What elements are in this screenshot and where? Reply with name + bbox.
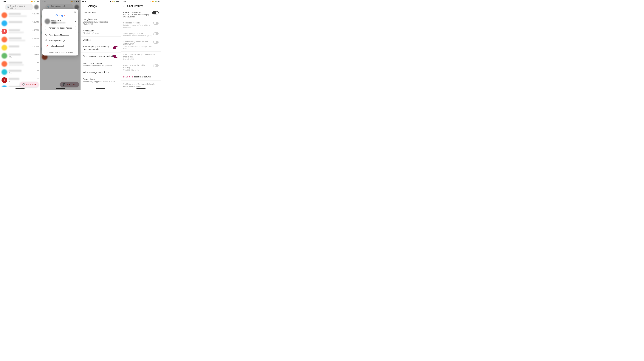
sounds-text: Hear outgoing and incoming message sound… bbox=[83, 46, 113, 50]
conv-preview: .. bbox=[9, 24, 10, 26]
status-bar-3: 11:30 ▲ 📶 🔋 51% bbox=[81, 0, 121, 3]
chat-features-header: ← Chat features bbox=[121, 3, 161, 9]
start-chat-button[interactable]: 💬 Start chat bbox=[20, 82, 39, 87]
messages-settings-menu-item[interactable]: ⚙ Messages settings bbox=[45, 38, 76, 43]
conv-name bbox=[9, 46, 19, 48]
account-info: Namerah S ████@gmail.com ▾ bbox=[45, 19, 76, 24]
search-box-1[interactable]: 🔍 Search images & videos bbox=[5, 4, 33, 10]
conv-preview bbox=[9, 40, 25, 41]
chat-features-list: Enable chat features Use Wi-Fi or data f… bbox=[121, 9, 161, 87]
read-receipts-toggle[interactable] bbox=[153, 22, 158, 25]
sounds-title: Hear outgoing and incoming message sound… bbox=[83, 46, 113, 50]
hamburger-menu-icon[interactable]: ☰ bbox=[2, 6, 4, 9]
account-name: Namerah S bbox=[51, 20, 65, 22]
roaming-toggle[interactable] bbox=[153, 64, 158, 67]
list-item[interactable]: 12:15 PM (C... bbox=[0, 52, 40, 60]
back-arrow-button[interactable]: ← bbox=[82, 4, 85, 8]
list-item[interactable]: 8:05 PM bbox=[0, 11, 40, 19]
pinch-zoom-text: Pinch to zoom conversation text bbox=[83, 55, 113, 57]
cf-auto-download-roaming[interactable]: Auto-download files while roaming Charge… bbox=[121, 62, 161, 73]
start-chat-label: Start chat bbox=[26, 83, 36, 86]
expand-account-button[interactable]: ▾ bbox=[75, 20, 76, 22]
back-arrow-button-2[interactable]: ← bbox=[123, 4, 125, 8]
conv-time: 6:38 PM bbox=[32, 37, 39, 39]
settings-item-notifications[interactable]: Notifications "Remind 1 hr" action bbox=[81, 28, 121, 36]
bottom-bar-1 bbox=[16, 88, 24, 89]
cf-auto-download-mobile[interactable]: Auto-download files you receive over mob… bbox=[121, 52, 161, 62]
help-feedback-menu-item[interactable]: ❓ Help & feedback bbox=[45, 43, 76, 49]
conv-time: Thu bbox=[36, 62, 39, 64]
settings-item-subtitle: Share sharp clarity video in text (SMS/M… bbox=[83, 21, 118, 25]
resend-toggle[interactable] bbox=[153, 40, 158, 44]
settings-item-suggestions[interactable]: Suggestions Smart Reply, suggested actio… bbox=[81, 76, 121, 85]
help-icon: ❓ bbox=[45, 44, 48, 48]
learn-more-suffix: about chat features bbox=[134, 76, 150, 78]
google-account-dialog: ✕ Google Namerah S ████@gmail.com ▾ Mana… bbox=[42, 9, 78, 56]
settings-item-title: Your current country bbox=[83, 62, 118, 64]
settings-item-previews[interactable]: Automatic previews Show only web link pr… bbox=[81, 85, 121, 87]
list-item[interactable]: 6:38 PM bbox=[0, 36, 40, 44]
conv-preview bbox=[9, 32, 24, 33]
conv-avatar bbox=[2, 37, 7, 42]
settings-item-google-photos[interactable]: Google Photos Share sharp clarity video … bbox=[81, 16, 121, 28]
panel-chat-features: 11:31 ▲ 📶 🔋 51% ← Chat features Enable c… bbox=[121, 0, 161, 90]
learn-more-link[interactable]: Learn more bbox=[123, 76, 133, 78]
manage-account-button[interactable]: Manage your Google Account bbox=[45, 26, 76, 30]
cf-title: Automatically resend as text (SMS/MMS) bbox=[123, 40, 152, 45]
google-logo: Google bbox=[45, 14, 76, 17]
list-item[interactable]: 7:51 PM .. bbox=[0, 19, 40, 28]
conv-avatar bbox=[2, 12, 7, 18]
conv-content: 5:01 PM . bbox=[9, 46, 39, 50]
conv-name bbox=[9, 13, 21, 15]
time-1: 11:30 bbox=[2, 0, 6, 2]
settings-item-voice[interactable]: Voice message transcription bbox=[81, 69, 121, 76]
dialog-header: ✕ bbox=[45, 12, 76, 14]
settings-item-country[interactable]: Your current country Automatically detec… bbox=[81, 60, 121, 69]
status-icons-4: ▲ 📶 🔋 51% bbox=[150, 1, 160, 2]
status-bar-1: 11:30 ▲ 📶 🔋 51% bbox=[0, 0, 40, 3]
settings-item-sounds[interactable]: Hear outgoing and incoming message sound… bbox=[81, 43, 121, 52]
enable-chat-toggle[interactable] bbox=[152, 11, 158, 14]
close-dialog-button[interactable]: ✕ bbox=[74, 11, 76, 14]
cf-read-receipts[interactable]: Send read receipts Let others know you'v… bbox=[121, 20, 161, 30]
terms-of-service-link[interactable]: Terms of Service bbox=[61, 51, 73, 53]
chat-bubble-icon: 💬 bbox=[22, 83, 25, 86]
conv-avatar: J bbox=[2, 77, 7, 83]
list-item[interactable]: Thu T ... bbox=[0, 68, 40, 76]
status-bar-4: 11:31 ▲ 📶 🔋 51% bbox=[121, 0, 161, 3]
conv-avatar bbox=[2, 20, 7, 26]
pinch-zoom-toggle[interactable] bbox=[113, 54, 118, 58]
sounds-toggle[interactable] bbox=[113, 46, 118, 49]
cf-subtitle: Up to 2.0 MB bbox=[123, 58, 158, 60]
signal-icon: 📶 bbox=[31, 1, 33, 2]
list-item[interactable]: Thu bbox=[0, 60, 40, 68]
settings-item-chat-features[interactable]: Chat features bbox=[81, 9, 121, 16]
home-indicator-3 bbox=[81, 87, 121, 90]
battery-pct-1: 51% bbox=[36, 1, 39, 2]
settings-item-title: Google Photos bbox=[83, 18, 118, 20]
cf-typing-indicators[interactable]: Show typing indicators Let others know w… bbox=[121, 30, 161, 39]
settings-item-title: Chat features bbox=[83, 12, 118, 14]
your-data-menu-item[interactable]: 🛡 Your data in Messages bbox=[45, 32, 76, 38]
settings-item-bubbles[interactable]: Bubbles bbox=[81, 36, 121, 43]
typing-toggle[interactable] bbox=[153, 32, 158, 35]
time-4: 11:31 bbox=[122, 0, 126, 2]
status-icons-3: ▲ 📶 🔋 51% bbox=[110, 1, 119, 2]
cf-title: Enable chat features bbox=[123, 11, 151, 14]
search-icon-1: 🔍 bbox=[7, 6, 9, 8]
privacy-policy-link[interactable]: Privacy Policy bbox=[48, 51, 58, 53]
dialog-footer: Privacy Policy • Terms of Service bbox=[45, 50, 76, 53]
conv-time: 8:05 PM bbox=[32, 13, 39, 15]
conv-preview bbox=[9, 15, 27, 17]
cf-title: Send read receipts bbox=[123, 22, 152, 24]
conv-avatar: F bbox=[2, 28, 7, 34]
cf-subtitle: Let others know you've read their messag… bbox=[123, 24, 152, 28]
list-item[interactable]: F 6:47 PM bbox=[0, 28, 40, 36]
avatar-1[interactable] bbox=[34, 5, 39, 9]
settings-item-pinch-zoom[interactable]: Pinch to zoom conversation text bbox=[81, 52, 121, 60]
list-item[interactable]: 5:01 PM . bbox=[0, 44, 40, 52]
conv-name bbox=[9, 86, 21, 87]
cf-resend-sms[interactable]: Automatically resend as text (SMS/MMS) S… bbox=[121, 39, 161, 52]
cf-enable-chat[interactable]: Enable chat features Use Wi-Fi or data f… bbox=[121, 9, 161, 20]
conv-name bbox=[9, 37, 22, 39]
